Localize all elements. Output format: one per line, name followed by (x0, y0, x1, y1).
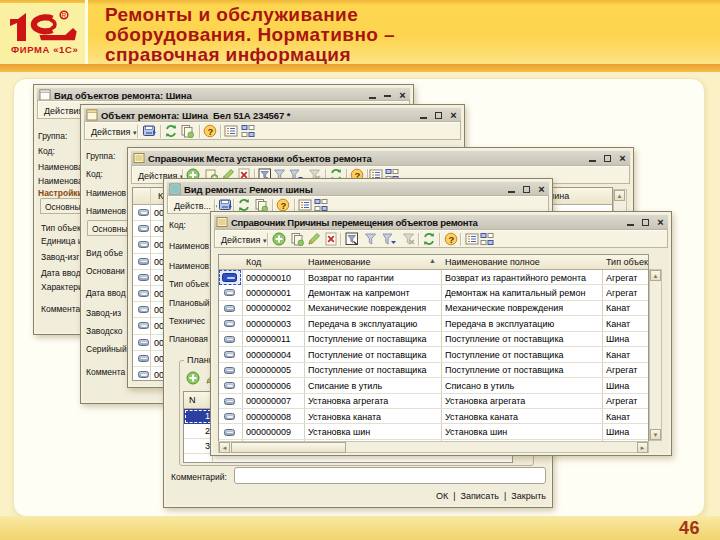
svg-text:?: ? (207, 126, 213, 137)
svg-text:?: ? (280, 200, 286, 211)
svg-text:R: R (62, 12, 67, 19)
svg-text:ФИРМА «1С»: ФИРМА «1С» (11, 44, 78, 55)
svg-text:?: ? (448, 234, 454, 245)
